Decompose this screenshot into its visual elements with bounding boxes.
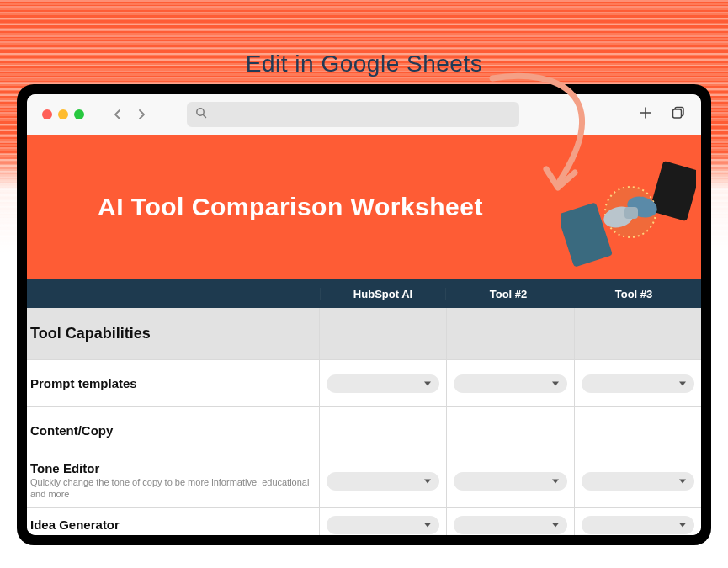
feature-row: Prompt templates	[27, 360, 701, 407]
handshake-illustration	[561, 160, 696, 269]
svg-rect-10	[624, 207, 638, 219]
browser-chrome	[27, 94, 701, 135]
column-header: Tool #2	[445, 288, 571, 300]
feature-description: Quickly change the tone of copy to be mo…	[30, 477, 314, 501]
capability-dropdown[interactable]	[582, 374, 694, 393]
feature-row: Tone Editor Quickly change the tone of c…	[27, 454, 701, 508]
capability-dropdown[interactable]	[582, 472, 694, 491]
svg-rect-3	[673, 109, 682, 118]
column-header: HubSpot AI	[320, 288, 445, 300]
svg-rect-4	[561, 202, 613, 268]
section-row: Tool Capabilities	[27, 308, 701, 360]
worksheet-body: Tool Capabilities Prompt templates Conte…	[27, 308, 701, 535]
worksheet-title: AI Tool Comparison Worksheet	[98, 193, 483, 221]
capability-dropdown[interactable]	[454, 516, 566, 534]
subsection-title: Content/Copy	[30, 423, 314, 438]
capability-dropdown[interactable]	[582, 516, 694, 534]
column-header: Tool #3	[571, 288, 701, 300]
capability-dropdown[interactable]	[327, 516, 439, 534]
subsection-row: Content/Copy	[27, 407, 701, 454]
feature-title: Idea Generator	[30, 518, 314, 532]
feature-row: Idea Generator	[27, 508, 701, 535]
tabs-overview-button[interactable]	[671, 105, 686, 124]
address-bar[interactable]	[187, 102, 519, 127]
window-controls	[42, 109, 84, 119]
edit-callout: Edit in Google Sheets	[246, 50, 482, 77]
feature-title: Prompt templates	[30, 376, 314, 390]
back-button[interactable]	[109, 106, 126, 123]
browser-window: AI Tool Comparison Worksheet HubSpot AI …	[27, 94, 701, 535]
minimize-window-button[interactable]	[58, 109, 68, 119]
forward-button[interactable]	[133, 106, 150, 123]
column-header-row: HubSpot AI Tool #2 Tool #3	[27, 279, 701, 308]
worksheet-hero: AI Tool Comparison Worksheet	[27, 135, 701, 279]
search-icon	[195, 107, 207, 122]
svg-line-1	[203, 114, 205, 117]
browser-window-frame: AI Tool Comparison Worksheet HubSpot AI …	[17, 84, 711, 545]
capability-dropdown[interactable]	[454, 472, 566, 491]
close-window-button[interactable]	[42, 109, 52, 119]
capability-dropdown[interactable]	[327, 374, 439, 393]
feature-title: Tone Editor	[30, 461, 314, 475]
new-tab-button[interactable]	[639, 106, 652, 123]
capability-dropdown[interactable]	[327, 472, 439, 491]
section-title: Tool Capabilities	[30, 325, 314, 342]
capability-dropdown[interactable]	[454, 374, 566, 393]
maximize-window-button[interactable]	[74, 109, 84, 119]
